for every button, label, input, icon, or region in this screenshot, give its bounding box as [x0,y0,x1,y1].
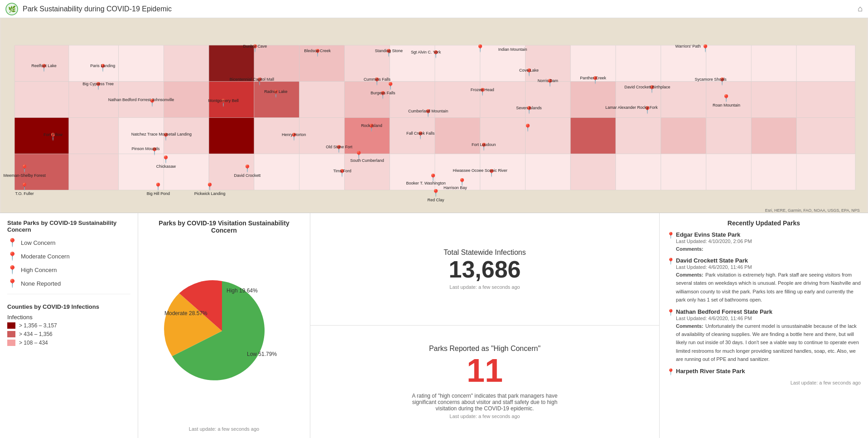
svg-text:Burgess Falls: Burgess Falls [371,91,395,95]
chart-update: Last update: a few seconds ago [145,426,303,432]
svg-text:Booker T. Washington: Booker T. Washington [406,181,445,185]
svg-text:Norris Dam: Norris Dam [538,78,558,83]
svg-rect-11 [119,45,164,82]
svg-rect-32 [344,82,390,118]
stats-panel: Total Statewide Infections 13,686 Last u… [310,213,660,438]
chart-panel: Parks by COVID-19 Visitation Sustainabil… [138,213,310,438]
svg-rect-15 [164,45,209,82]
svg-rect-4 [14,82,69,118]
high-concern-description: A rating of "high concern" indicates tha… [408,393,562,412]
park-entry-nathan: 📍 Nathan Bedford Forrest State Park Last… [667,308,861,363]
park-pin-edgar: 📍 [667,232,676,253]
legend-item-high: 📍 High Concern [7,265,130,275]
app-logo: 🌿 [5,3,18,15]
infections-label: Infections [7,314,130,321]
high-concern-label: High Concern [21,267,57,273]
svg-text:📍: 📍 [20,164,29,173]
none-reported-pin-icon: 📍 [7,278,17,288]
svg-text:Paris Landing: Paris Landing [90,63,115,68]
svg-text:📍: 📍 [20,182,29,191]
svg-rect-41 [435,117,480,154]
park-name-harpeth: Harpeth River State Park [676,368,861,375]
svg-text:📍: 📍 [154,182,163,191]
chart-title: Parks by COVID-19 Visitation Sustainabil… [145,219,303,234]
svg-text:📍: 📍 [476,44,485,53]
map-container[interactable]: 📍 Reelfoot Lake 📍 Dunbar Cave 📍 Bledsoe … [0,18,868,213]
park-meta-edgar: Last Updated: 4/10/2020, 2:06 PM [676,238,861,244]
svg-rect-53 [570,117,616,154]
choro-swatch-low [7,340,15,346]
map-attribution: Esri, HERE, Garmin, FAO, NOAA, USGS, EPA… [765,208,860,213]
bottom-panels: State Parks by COVID-19 Sustainability C… [0,213,868,438]
svg-text:Fort Loudoun: Fort Loudoun [472,142,496,147]
label-high: High 19.64% [227,287,258,294]
svg-rect-59 [661,45,706,82]
infections-number: 13,686 [448,257,521,282]
svg-rect-24 [254,82,299,118]
svg-text:Nathan Bedford Forrest Johnson: Nathan Bedford Forrest Johnsonville [108,97,174,102]
svg-text:David Crockett Birthplace: David Crockett Birthplace [624,85,670,89]
app-title: Park Sustainability during COVID-19 Epid… [23,5,172,13]
high-concern-stats: Parks Reported as "High Concern" 11 A ra… [310,326,659,438]
svg-rect-69 [751,117,796,154]
recent-update-time: Last update: a few seconds ago [667,380,861,385]
svg-text:Tims Ford: Tims Ford [333,169,351,173]
recent-panel: Recently Updated Parks 📍 Edgar Evins Sta… [660,213,868,438]
park-info-nathan: Nathan Bedford Forrest State Park Last U… [676,308,861,363]
svg-text:Natchez Trace Mousetail Landin: Natchez Trace Mousetail Landing [131,132,192,136]
choro-label-mid: > 434 – 1,356 [19,331,53,337]
park-pin-nathan: 📍 [667,309,676,363]
svg-text:Bicentennial Capitol Mall: Bicentennial Capitol Mall [230,77,274,82]
svg-text:Old Stone Fort: Old Stone Fort [326,145,352,149]
svg-text:📍: 📍 [205,182,214,191]
chart-container: Low 51.79% Moderate 28.57% High 19.64% [145,238,303,423]
svg-text:📍: 📍 [161,155,170,164]
choro-label-low: > 108 – 434 [19,340,48,346]
svg-text:Cummins Falls: Cummins Falls [364,77,391,82]
infections-update: Last update: a few seconds ago [449,284,520,290]
label-low: Low 51.79% [247,351,277,357]
legend-divider [7,294,130,299]
svg-text:Fall Creek Falls: Fall Creek Falls [406,131,435,136]
svg-rect-19 [209,45,254,82]
svg-text:📍: 📍 [701,44,710,53]
svg-text:Rock Island: Rock Island [361,123,382,128]
svg-text:Sgt Alvin C. York: Sgt Alvin C. York [411,50,441,54]
park-info-edgar: Edgar Evins State Park Last Updated: 4/1… [676,231,861,253]
svg-rect-58 [616,154,661,190]
park-comments-label-nathan: Comments: [676,323,704,329]
high-concern-number: 11 [467,353,503,389]
svg-text:Red Clay: Red Clay [428,198,444,202]
legend-item-moderate: 📍 Moderate Concern [7,251,130,261]
svg-text:Radnor Lake: Radnor Lake [264,89,287,94]
svg-text:David Crockett: David Crockett [234,173,261,178]
svg-rect-10 [69,154,119,190]
svg-text:Harrison Bay: Harrison Bay [444,185,467,190]
svg-rect-61 [661,117,706,154]
park-meta-crockett: Last Updated: 4/6/2020, 11:46 PM [676,264,861,270]
svg-text:📍: 📍 [722,94,731,102]
svg-text:South Cumberland: South Cumberland [350,158,384,163]
svg-text:Roan Mountain: Roan Mountain [713,103,740,107]
svg-rect-70 [751,154,796,190]
svg-text:Lamar Alexander Rocky Fork: Lamar Alexander Rocky Fork [605,105,658,110]
svg-rect-23 [254,45,299,82]
svg-text:📍: 📍 [243,164,252,173]
svg-text:📍: 📍 [386,82,395,90]
svg-rect-74 [796,154,855,190]
park-info-crockett: David Crockett State Park Last Updated: … [676,257,861,304]
park-pin-harpeth: 📍 [667,368,676,375]
legend-item-none: 📍 None Reported [7,278,130,288]
infections-title: Total Statewide Infections [444,248,526,257]
park-comments-text-nathan: Unfortunately the current model is unsus… [676,323,859,362]
svg-rect-9 [69,117,119,154]
svg-rect-57 [616,117,661,154]
home-icon[interactable]: ⌂ [858,4,863,14]
svg-text:📍: 📍 [431,189,440,197]
svg-text:Fort Pillow: Fort Pillow [43,132,63,137]
park-entry-edgar: 📍 Edgar Evins State Park Last Updated: 4… [667,231,861,253]
choro-item-low: > 108 – 434 [7,340,130,346]
svg-text:Cumberland Mountain: Cumberland Mountain [408,109,448,113]
svg-text:Standing Stone: Standing Stone [375,49,403,53]
none-reported-label: None Reported [21,280,61,287]
